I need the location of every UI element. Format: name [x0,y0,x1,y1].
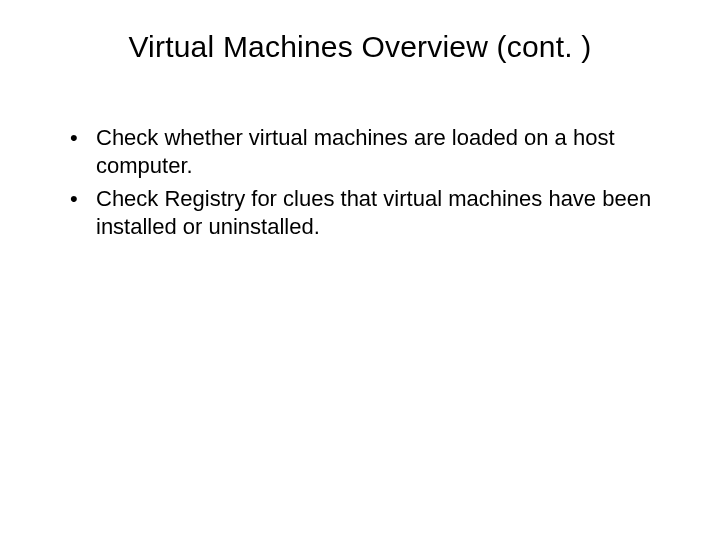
list-item: Check Registry for clues that virtual ma… [70,185,670,240]
list-item: Check whether virtual machines are loade… [70,124,670,179]
slide: Virtual Machines Overview (cont. ) Check… [0,0,720,540]
bullet-list: Check whether virtual machines are loade… [40,124,680,240]
slide-title: Virtual Machines Overview (cont. ) [40,30,680,64]
